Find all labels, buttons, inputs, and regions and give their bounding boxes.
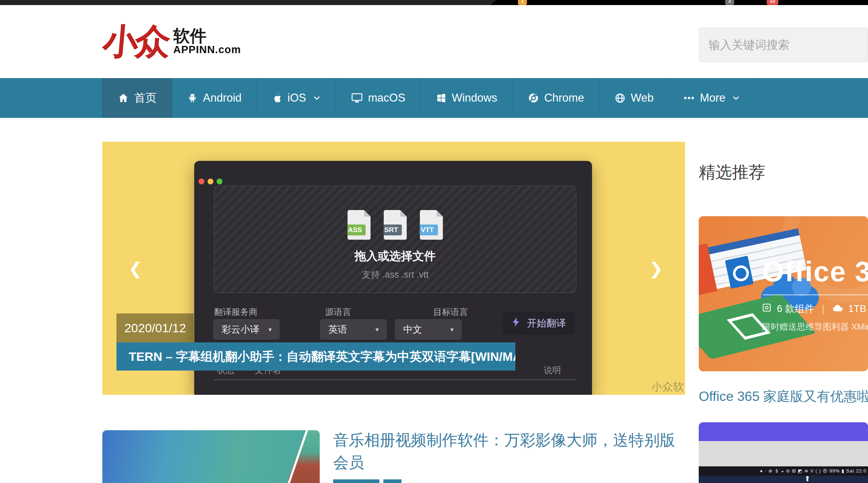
globe-icon (615, 93, 625, 103)
file-drop-zone: ASS SRT VTT 拖入或选择文件 支持 .ass .srt .vtt (214, 185, 576, 293)
carousel-prev-icon[interactable]: ❮ (128, 260, 142, 277)
lightning-icon (512, 317, 520, 330)
browser-tab-fragment[interactable] (0, 0, 490, 5)
select-value: 英语 (328, 323, 347, 336)
up-arrow-icon: ⬆ (804, 474, 810, 483)
source-lang-select: 英语 ▼ (320, 319, 387, 339)
caret-down-icon: ▼ (449, 326, 455, 333)
file-ext-badge: SRT (381, 225, 402, 235)
feature-separator: | (822, 303, 825, 315)
article-meta-cutoff[interactable] (383, 479, 401, 483)
file-icon: VTT (420, 210, 443, 240)
article-title-link[interactable]: 音乐相册视频制作软件：万彩影像大师，送特别版会员 (333, 429, 686, 474)
file-ext-badge: VTT (417, 225, 438, 235)
nav-label: iOS (288, 91, 306, 104)
table-divider (213, 379, 576, 380)
logo-domain-text: APPINN.com (173, 44, 241, 56)
slide-title-link[interactable]: TERN – 字幕组机翻小助手：自动翻译英文字幕为中英双语字幕[WIN/MACO… (116, 342, 515, 371)
select-value: 中文 (403, 323, 422, 336)
traffic-light-minimize-icon (208, 179, 213, 184)
main-nav: 首页 Android iOS macOS Windows Chrome Web (0, 78, 868, 118)
nav-label: macOS (368, 91, 405, 104)
sidebar-heading: 精选推荐 (699, 161, 765, 184)
slide-date-badge: 2020/01/12 (116, 313, 194, 342)
button-label: 开始翻译 (527, 317, 566, 330)
macos-menubar: ● · ⊛ ＄ ◒ ⊘ ⊞ ◩ ≋ V ( ) ⦿ 99% ▮ Sat 22:0 (699, 466, 868, 476)
apple-icon (272, 93, 282, 103)
select-value: 彩云小译 (222, 323, 259, 336)
article-meta-cutoff[interactable] (333, 479, 379, 483)
nav-label: 首页 (134, 90, 157, 106)
field-label: 源语言 (325, 306, 351, 318)
traffic-light-zoom-icon (217, 179, 222, 184)
traffic-light-close-icon (199, 179, 204, 184)
extension-badge[interactable]: 22 (767, 0, 778, 5)
mac-card-desktop-band (699, 476, 868, 483)
extension-badge[interactable]: 2 (725, 0, 734, 5)
logo-sub-text: 软件 (173, 27, 241, 44)
feature-text: 6 款组件 (777, 302, 814, 315)
home-icon (118, 93, 129, 103)
apps-grid-icon (762, 303, 771, 315)
nav-item-more[interactable]: More (669, 78, 755, 118)
mac-card-purple-band (699, 422, 868, 441)
nav-item-web[interactable]: Web (600, 78, 669, 118)
article-thumbnail[interactable] (102, 430, 320, 483)
windows-icon (436, 93, 446, 103)
slide-watermark: 小众软件 (651, 380, 685, 395)
file-ext-badge: ASS (345, 225, 366, 235)
table-header: 说明 (544, 364, 561, 376)
chrome-icon (528, 93, 539, 103)
nav-item-windows[interactable]: Windows (421, 78, 513, 118)
drop-zone-title: 拖入或选择文件 (214, 248, 576, 264)
service-select: 彩云小译 ▼ (213, 319, 280, 339)
field-label: 目标语言 (433, 306, 468, 318)
file-icon: ASS (348, 210, 371, 240)
monitor-icon (351, 93, 363, 103)
office-card-features: 6 款组件 | 1TB OneDrive (762, 302, 868, 315)
nav-label: Windows (452, 91, 497, 104)
divider (763, 294, 868, 295)
browser-top-strip: 1 2 22 (0, 0, 868, 5)
nav-label: Chrome (544, 91, 584, 104)
nav-label: More (700, 91, 726, 104)
office-promo-card[interactable]: Office 365 6 款组件 | 1TB OneDrive 限时赠送思维导图… (699, 216, 868, 371)
logo-zh-text: 小众 (102, 25, 169, 57)
nav-item-home[interactable]: 首页 (102, 78, 172, 118)
extension-badge[interactable]: 1 (518, 0, 527, 5)
mac-card-light-band (699, 441, 868, 466)
drop-zone-subtitle: 支持 .ass .srt .vtt (214, 269, 576, 281)
chevron-down-icon (732, 95, 740, 101)
android-icon (187, 93, 197, 103)
nav-label: Web (631, 91, 654, 104)
feature-text: 1TB OneDrive (848, 303, 868, 315)
mac-app-promo-card[interactable]: ● · ⊛ ＄ ◒ ⊘ ⊞ ◩ ≋ V ( ) ⦿ 99% ▮ Sat 22:0… (699, 422, 868, 483)
nav-item-chrome[interactable]: Chrome (513, 78, 600, 118)
office-caption-link[interactable]: Office 365 家庭版又有优惠啦，价格 (699, 388, 868, 406)
field-label: 翻译服务商 (214, 306, 258, 318)
cloud-icon (832, 303, 843, 315)
caret-down-icon: ▼ (267, 326, 273, 333)
site-header: 小众 软件 APPINN.com (0, 5, 868, 78)
nav-item-android[interactable]: Android (172, 78, 257, 118)
carousel-next-icon[interactable]: ❯ (649, 260, 663, 277)
nav-label: Android (203, 91, 242, 104)
office-card-title: Office 365 (762, 255, 868, 288)
nav-item-macos[interactable]: macOS (336, 78, 421, 118)
file-icon: SRT (384, 210, 407, 240)
thumbnail-art (102, 430, 320, 483)
target-lang-select: 中文 ▼ (395, 319, 461, 339)
site-logo[interactable]: 小众 软件 APPINN.com (103, 25, 241, 57)
start-translate-button: 开始翻译 (503, 312, 575, 335)
ellipsis-icon (684, 96, 694, 100)
search-input[interactable] (699, 27, 868, 62)
nav-item-ios[interactable]: iOS (257, 78, 336, 118)
chevron-down-icon (313, 95, 320, 101)
office-card-promo-line: 限时赠送思维导图利器 XMind: Z (762, 321, 868, 333)
hero-carousel-slide[interactable]: ASS SRT VTT 拖入或选择文件 支持 .ass .srt .vtt 翻译… (102, 142, 685, 395)
caret-down-icon: ▼ (374, 326, 380, 333)
